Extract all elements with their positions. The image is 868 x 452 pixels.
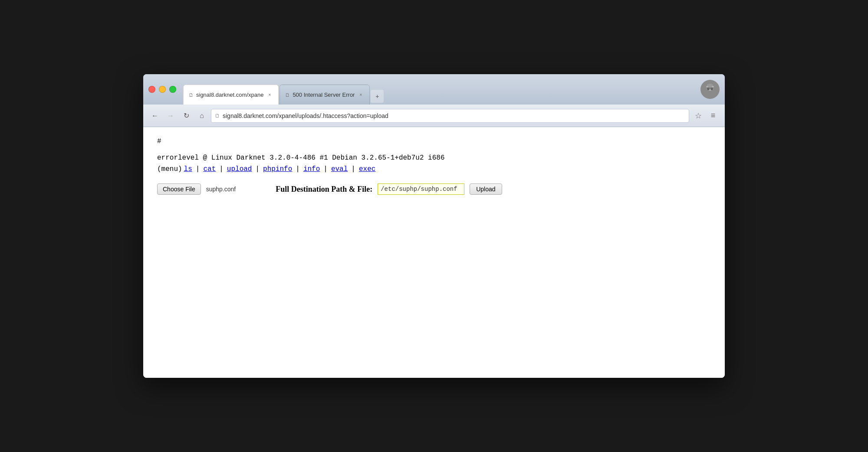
title-bar: 🗋 signal8.darknet.com/xpane × 🗋 500 Inte… [143,74,725,105]
home-icon: ⌂ [200,112,204,120]
menu-link-ls[interactable]: ls [184,165,192,173]
svg-point-3 [710,88,713,90]
tab-bar: 🗋 signal8.darknet.com/xpane × 🗋 500 Inte… [183,74,694,105]
star-icon: ☆ [695,111,702,121]
upload-button[interactable]: Upload [470,183,502,195]
browser-window: 🗋 signal8.darknet.com/xpane × 🗋 500 Inte… [143,74,725,378]
browser-menu-button[interactable]: ≡ [707,109,720,122]
sep-2: | [219,165,224,173]
chosen-file-name: suphp.conf [206,186,236,193]
nav-right-buttons: ☆ ≡ [692,109,720,122]
menu-prefix: (menu) [157,165,182,173]
dest-path-label: Full Destination Path & File: [276,185,372,194]
maximize-button[interactable] [169,86,176,93]
menu-link-upload[interactable]: upload [227,165,252,173]
sep-5: | [323,165,328,173]
upload-form: Choose File suphp.conf Full Destination … [157,183,711,195]
menu-link-cat[interactable]: cat [203,165,216,173]
back-button[interactable]: ← [148,109,161,122]
tab-2-label: 500 Internal Server Error [293,92,355,98]
menu-link-exec[interactable]: exec [359,165,375,173]
tab-1-close[interactable]: × [266,92,273,98]
menu-link-eval[interactable]: eval [331,165,348,173]
tab-1-icon: 🗋 [189,92,194,98]
browser-icon [700,80,720,99]
address-page-icon: 🗋 [215,113,220,119]
forward-icon: → [167,112,174,120]
tab-1[interactable]: 🗋 signal8.darknet.com/xpane × [183,85,279,105]
tab-2[interactable]: 🗋 500 Internal Server Error × [279,85,370,105]
svg-point-4 [707,84,713,87]
choose-file-button[interactable]: Choose File [157,183,201,195]
menu-icon: ≡ [711,111,716,120]
reload-icon: ↻ [184,111,189,120]
home-button[interactable]: ⌂ [195,109,208,122]
hash-line: # [157,138,711,145]
errorlevel-line: errorlevel @ Linux Darknet 3.2.0-4-486 #… [157,154,711,162]
menu-link-phpinfo[interactable]: phpinfo [263,165,292,173]
back-icon: ← [151,112,158,120]
dest-path-input[interactable] [378,183,464,195]
tab-2-close[interactable]: × [357,92,364,98]
sep-4: | [296,165,300,173]
forward-button[interactable]: → [164,109,177,122]
reload-button[interactable]: ↻ [180,109,193,122]
page-content: # errorlevel @ Linux Darknet 3.2.0-4-486… [143,127,725,378]
address-text: signal8.darknet.com/xpanel/uploads/.htac… [223,112,388,119]
svg-point-2 [707,88,710,90]
new-tab-button[interactable]: + [371,90,384,103]
sep-3: | [255,165,260,173]
tab-1-label: signal8.darknet.com/xpane [196,92,263,98]
nav-bar: ← → ↻ ⌂ 🗋 signal8.darknet.com/xpanel/upl… [143,105,725,127]
bookmark-button[interactable]: ☆ [692,109,705,122]
address-bar[interactable]: 🗋 signal8.darknet.com/xpanel/uploads/.ht… [211,109,689,123]
menu-link-info[interactable]: info [303,165,320,173]
menu-line: (menu) ls | cat | upload | phpinfo | inf… [157,165,711,173]
close-button[interactable] [148,86,155,93]
minimize-button[interactable] [159,86,166,93]
sep-6: | [351,165,355,173]
traffic-lights [148,86,176,93]
sep-1: | [196,165,200,173]
tab-2-icon: 🗋 [285,92,290,98]
